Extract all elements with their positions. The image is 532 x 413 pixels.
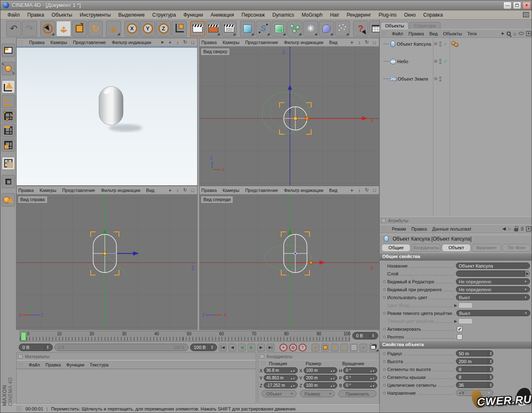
menu-tools[interactable]: Инструменты — [76, 11, 115, 19]
object-row-floor[interactable]: Объект Земля — [380, 74, 532, 83]
size-mode-dropdown[interactable]: Размер — [300, 390, 335, 397]
visible-render-dropdown[interactable]: Не определено — [456, 286, 530, 293]
enable-dot[interactable] — [434, 60, 437, 63]
viewport-top[interactable]: Правка Камеры Представление Фильтр индик… — [199, 38, 379, 186]
objects-menu-file[interactable]: Файл — [392, 31, 403, 36]
autokey-button[interactable]: ◎ — [289, 344, 297, 352]
maximize-view-icon[interactable]: □ — [371, 40, 377, 45]
expand-arrow-icon[interactable]: ▶ — [454, 319, 457, 323]
spinner-icon[interactable] — [370, 368, 375, 373]
maximize-view-icon[interactable]: □ — [190, 40, 195, 45]
keyframe-dot[interactable] — [383, 376, 386, 379]
zoom-view-icon[interactable]: ↕ — [356, 40, 362, 45]
menu-dynamics[interactable]: Dynamics — [269, 11, 298, 19]
keyframe-dot[interactable] — [383, 392, 386, 394]
rotation-p-input[interactable]: 0 ° — [343, 375, 377, 381]
tab-objects[interactable]: Объекты — [381, 22, 408, 30]
vp-menu-cameras[interactable]: Камеры — [40, 188, 56, 193]
preview-range-scrollbar[interactable]: 0 B 100 B — [54, 344, 188, 351]
apply-button[interactable]: Применить — [338, 390, 376, 397]
dark-grid-color-swatch[interactable] — [458, 318, 473, 324]
key-rotation-toggle[interactable]: ↻ — [331, 344, 339, 352]
menu-mograph[interactable]: MoGraph — [298, 11, 326, 19]
vp-menu-edit[interactable]: Правка — [29, 40, 45, 45]
cap-segments-input[interactable]: 8 — [456, 374, 493, 380]
position-y-input[interactable]: 45.853 m — [264, 375, 298, 381]
object-center[interactable] — [294, 252, 297, 255]
texture-axis-mode-button[interactable] — [2, 175, 15, 188]
pan-view-icon[interactable]: + — [167, 40, 173, 45]
keyframe-dot[interactable] — [383, 328, 386, 330]
object-row-sky[interactable]: Небо ✓ — [380, 57, 532, 66]
layer-field[interactable] — [456, 270, 525, 277]
menu-animation[interactable]: Анимация — [207, 11, 238, 19]
keyframe-dot[interactable] — [383, 296, 386, 299]
modeling-button[interactable] — [287, 21, 302, 37]
objects-menu-tags[interactable]: Теги — [468, 31, 477, 36]
texture-mode-button[interactable] — [2, 157, 15, 170]
active-check-icon[interactable]: ✓ — [443, 59, 448, 64]
drag-grip[interactable] — [18, 40, 23, 45]
section-general-properties[interactable]: Общие свойства — [380, 253, 532, 261]
spinner-icon[interactable] — [45, 345, 49, 349]
maximize-view-icon[interactable]: □ — [371, 188, 377, 193]
rotate-view-icon[interactable]: ↻ — [364, 187, 370, 193]
vp-menu-filter[interactable]: Фильтр индикации — [284, 40, 324, 45]
pan-view-icon[interactable]: + — [349, 40, 355, 45]
vp-menu-view[interactable]: Вид — [146, 188, 154, 193]
model-mode-button[interactable] — [2, 80, 15, 93]
capsule-object[interactable] — [99, 86, 123, 125]
vp-menu-display[interactable]: Представление — [73, 40, 106, 45]
rotate-view-icon[interactable]: ↻ — [364, 39, 370, 45]
minimize-button[interactable]: — — [503, 2, 512, 9]
primitive-cube-button[interactable] — [240, 21, 255, 37]
layout-switch-icon[interactable] — [523, 12, 529, 17]
tab-coordinates[interactable]: Координаты — [411, 244, 440, 252]
enabled-checkbox[interactable] — [457, 326, 463, 332]
vp-menu-view[interactable]: Вид — [329, 40, 337, 45]
height-segments-input[interactable]: 8 — [456, 366, 493, 372]
render-visibility-dot[interactable] — [439, 44, 441, 47]
keyframe-dot[interactable] — [383, 352, 386, 355]
render-visibility-dot[interactable] — [439, 79, 441, 81]
spinner-icon[interactable] — [488, 366, 492, 372]
spinner-icon[interactable] — [370, 334, 374, 338]
expand-arrow-icon[interactable]: ▶ — [454, 303, 457, 307]
drag-grip[interactable] — [16, 406, 22, 412]
render-visibility-dot[interactable] — [439, 62, 441, 64]
menu-hair[interactable]: Hair — [326, 11, 343, 19]
texture-tag-icon[interactable] — [454, 43, 458, 47]
move-tool-button[interactable]: ↔↕ — [56, 21, 71, 37]
attr-menu-mode[interactable]: Режим — [392, 226, 406, 231]
menu-plugins[interactable]: Plug-ins — [375, 11, 400, 19]
materials-menu-functions[interactable]: Функции — [66, 362, 84, 367]
environment-button[interactable] — [319, 21, 334, 37]
dark-grid-dropdown[interactable]: Выкл — [456, 310, 530, 316]
move-handle-x[interactable] — [309, 261, 312, 264]
layout-grid-button[interactable] — [2, 44, 15, 57]
spinner-icon[interactable] — [488, 374, 492, 380]
menu-overflow-icon[interactable]: ▶ — [502, 32, 504, 35]
lock-icon[interactable] — [514, 228, 518, 231]
edges-mode-button[interactable] — [2, 124, 15, 137]
lock-x-button[interactable]: X — [124, 21, 139, 37]
current-frame-field[interactable]: 0 B — [352, 332, 378, 339]
attr-menu-edit[interactable]: Правка — [411, 226, 427, 231]
vp-menu-edit[interactable]: Правка — [18, 188, 34, 193]
tab-structure[interactable]: Структура — [409, 22, 440, 30]
pan-view-icon[interactable]: + — [167, 188, 173, 193]
drag-grip[interactable] — [381, 31, 386, 36]
menu-help[interactable]: Справка — [419, 11, 446, 19]
vp-menu-edit[interactable]: Правка — [201, 40, 217, 45]
spinner-icon[interactable] — [488, 351, 492, 356]
lock-z-button[interactable]: Z — [156, 21, 171, 37]
materials-menu-texture[interactable]: Текстура — [90, 362, 109, 367]
redo-button[interactable]: ↷ — [22, 21, 37, 37]
goto-end-button[interactable]: ▶| — [267, 344, 275, 352]
spinner-icon[interactable] — [290, 368, 295, 373]
editor-visibility-dot[interactable] — [439, 76, 441, 79]
viewport-right[interactable]: Правка Камеры Представление Фильтр индик… — [16, 186, 198, 330]
editor-visibility-dot[interactable] — [439, 59, 441, 61]
hypernurbs-button[interactable] — [272, 21, 287, 37]
search-icon[interactable] — [507, 32, 511, 36]
